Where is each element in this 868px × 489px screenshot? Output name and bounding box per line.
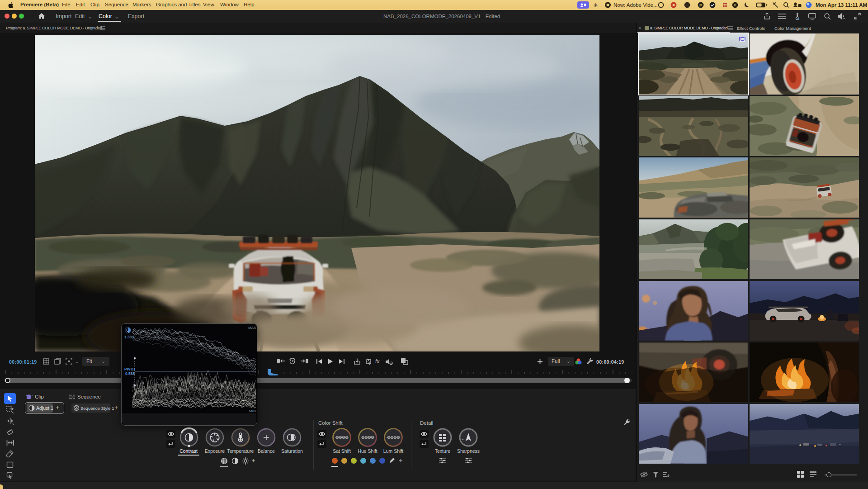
svg-text:MIN: MIN [249,409,256,413]
svg-text:PIVOT: PIVOT [124,367,136,371]
svg-text:1.303: 1.303 [124,335,134,339]
svg-text:MAX: MAX [248,326,256,330]
svg-text:P: P [699,3,702,8]
svg-text:0.588: 0.588 [125,371,135,376]
